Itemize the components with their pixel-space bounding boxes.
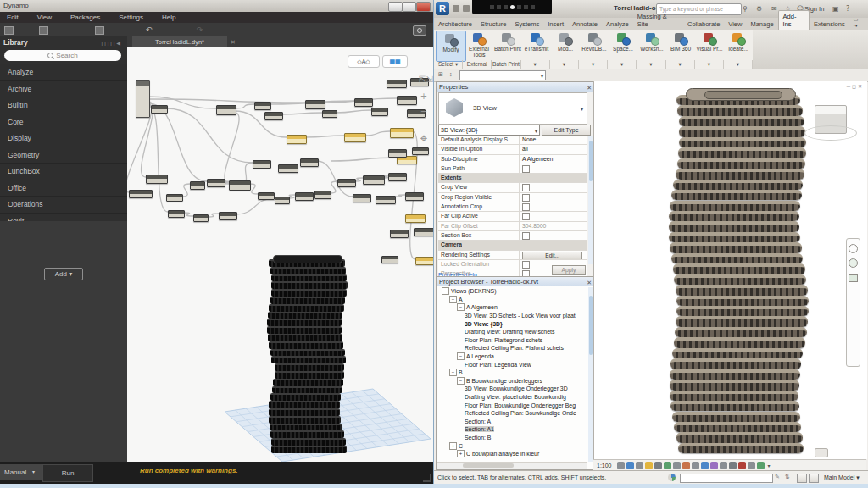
tree-item-views-dekrns-[interactable]: −Views (DEKRNS) xyxy=(438,287,587,296)
ribbon-button-visual-pr-[interactable]: Visual Pr... xyxy=(695,30,724,60)
view-control-icon-0[interactable] xyxy=(617,462,625,469)
ribbon-tab-analyze[interactable]: Analyze xyxy=(602,19,633,30)
graph-node-42[interactable] xyxy=(390,230,409,238)
ribbon-button-bim-360[interactable]: BIM 360 xyxy=(666,30,695,60)
dynamo-canvas[interactable]: ◇A◇ ▦▦ ⇱⇲ + − ✥ xyxy=(127,47,433,462)
ribbon-panel-footer[interactable]: ▾ xyxy=(695,60,724,69)
library-category-core[interactable]: Core xyxy=(0,114,127,131)
library-pagination-icon[interactable]: |||||◀ xyxy=(102,40,122,46)
graph-node-36[interactable] xyxy=(193,214,209,222)
graph-node-38[interactable] xyxy=(387,80,407,88)
edit-button[interactable]: Edit... xyxy=(522,252,582,259)
graph-node-6[interactable] xyxy=(322,110,337,118)
ribbon-button-revitdb-[interactable]: RevitDB... xyxy=(580,30,609,60)
tree-expand-icon[interactable]: − xyxy=(457,303,465,311)
graph-node-19[interactable] xyxy=(300,158,319,167)
ribbon-tab-insert[interactable]: Insert xyxy=(543,19,568,30)
tree-item-section-a1[interactable]: Section: A1 xyxy=(438,425,587,434)
design-options-icon[interactable]: ⇅ xyxy=(785,474,790,480)
tree-item-section-b[interactable]: Section: B xyxy=(438,434,587,442)
tree-item-b-bouwkundige-onderleggers[interactable]: −B Bouwkundige onderleggers xyxy=(438,377,587,385)
graph-node-31[interactable] xyxy=(344,133,366,142)
property-value[interactable]: Edit... xyxy=(520,251,587,259)
graph-node-1[interactable] xyxy=(151,105,168,114)
redo-icon[interactable]: ↷ xyxy=(195,25,204,34)
ribbon-tab-systems[interactable]: Systems xyxy=(510,19,543,30)
library-category-office[interactable]: Office xyxy=(0,180,127,197)
graph-node-3[interactable] xyxy=(254,102,271,110)
press-drag-toggle-button[interactable] xyxy=(809,474,819,483)
graph-node-34[interactable] xyxy=(405,214,426,223)
view-control-icon-5[interactable] xyxy=(664,462,671,469)
tree-expand-icon[interactable]: − xyxy=(449,296,457,303)
property-value[interactable] xyxy=(520,193,587,202)
type-selector-dropdown[interactable]: ▾ xyxy=(459,70,546,80)
properties-header[interactable]: Properties ✕ xyxy=(437,82,594,92)
zoom-out-icon[interactable]: − xyxy=(419,107,429,116)
ribbon-tab-collaborate[interactable]: Collaborate xyxy=(683,19,724,30)
tree-item-a[interactable]: −A xyxy=(438,296,587,304)
tree-item-c[interactable]: +C xyxy=(438,441,587,450)
open-file-icon[interactable] xyxy=(39,26,48,35)
property-value[interactable] xyxy=(520,231,587,240)
graph-node-2[interactable] xyxy=(216,105,236,115)
qat-icon[interactable] xyxy=(463,5,470,12)
ribbon-button-mod-[interactable]: Mod... xyxy=(551,30,580,60)
ribbon-panel-footer[interactable]: Batch Print xyxy=(492,60,520,69)
tree-expand-icon[interactable]: + xyxy=(457,450,465,458)
graph-node-24[interactable] xyxy=(337,179,356,187)
graph-node-45[interactable] xyxy=(381,256,398,263)
view-control-icon-8[interactable] xyxy=(692,462,699,469)
graph-node-37[interactable] xyxy=(219,212,237,220)
active-design-option-dropdown[interactable]: Main Model ▾ xyxy=(824,474,860,481)
view-control-icon-12[interactable] xyxy=(729,462,737,469)
property-value[interactable]: A Algemeen xyxy=(520,155,587,164)
view-control-icon-9[interactable] xyxy=(701,462,709,469)
view-control-icon-4[interactable] xyxy=(654,462,662,469)
ribbon-panel-footer[interactable]: ▾ xyxy=(608,60,637,69)
view-control-icon-3[interactable] xyxy=(645,462,653,469)
communication-icon[interactable]: ✉ xyxy=(771,5,777,13)
view-control-icon-7[interactable] xyxy=(682,462,690,469)
export-image-icon[interactable] xyxy=(413,25,426,36)
graph-node-21[interactable] xyxy=(275,197,290,204)
graph-node-27[interactable] xyxy=(353,194,371,202)
graph-node-14[interactable] xyxy=(190,181,205,190)
ribbon-button-etransmit[interactable]: eTransmit xyxy=(522,30,551,60)
tree-item-b[interactable]: −B xyxy=(438,369,587,377)
view-control-icon-1[interactable] xyxy=(626,462,634,469)
resize-grip[interactable] xyxy=(423,474,431,482)
graph-node-9[interactable] xyxy=(397,96,417,105)
help-icon[interactable]: ? xyxy=(846,5,849,13)
view-control-icon-10[interactable] xyxy=(710,462,718,469)
undo-icon[interactable]: ↶ xyxy=(144,25,153,34)
view-control-icon-2[interactable] xyxy=(636,462,643,469)
tree-item-3d-view-bouwkundige-onderlegger-3d[interactable]: 3D View: Bouwkundige Onderlegger 3D xyxy=(438,385,587,393)
ribbon-panel-footer[interactable]: ▾ xyxy=(579,60,608,69)
graph-node-40[interactable] xyxy=(388,149,407,158)
view-control-icon-13[interactable] xyxy=(738,462,746,469)
tree-item-a-algemeen[interactable]: −A Algemeen xyxy=(438,303,587,312)
ribbon-display-toggle-icon[interactable]: ▭ ◦▾ xyxy=(849,14,868,30)
ribbon-panel-footer[interactable]: ▾ xyxy=(550,60,579,69)
checkbox[interactable] xyxy=(522,194,530,202)
tree-item-floor-plan-legenda-view[interactable]: Floor Plan: Legenda View xyxy=(438,360,587,369)
tree-item-section-a[interactable]: Section: A xyxy=(438,418,587,426)
graph-node-43[interactable] xyxy=(414,228,433,236)
graph-node-26[interactable] xyxy=(388,173,407,181)
ribbon-tab-view[interactable]: View xyxy=(724,19,746,30)
graph-node-44[interactable] xyxy=(415,257,433,265)
ribbon-tab-add-ins[interactable]: Add-Ins xyxy=(778,10,810,30)
add-button[interactable]: Add ▾ xyxy=(44,268,83,280)
pan-icon[interactable]: ✥ xyxy=(419,134,429,143)
graph-node-22[interactable] xyxy=(295,192,314,201)
new-file-icon[interactable] xyxy=(4,26,14,35)
library-category-builtin[interactable]: BuiltIn xyxy=(0,97,127,114)
menu-packages[interactable]: Packages xyxy=(70,14,100,21)
viewbar-caret-icon[interactable]: ▾ xyxy=(768,463,771,469)
close-properties-icon[interactable]: ✕ xyxy=(587,83,592,92)
maximize-button[interactable] xyxy=(402,2,416,12)
property-value[interactable] xyxy=(520,164,587,173)
graph-node-0[interactable] xyxy=(136,80,150,118)
tree-item-drafting-view-drafting-view-schets[interactable]: Drafting View: Drafting view schets xyxy=(438,328,587,336)
